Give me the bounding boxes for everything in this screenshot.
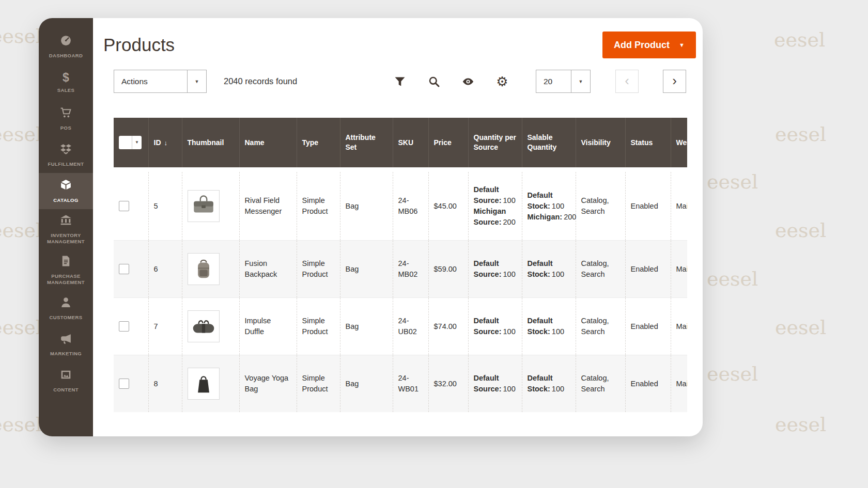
sidebar: DASHBOARD $ SALES POS FULFILLMENT CATALO… <box>39 18 93 436</box>
table-row[interactable]: 8 Voyage Yoga Bag Simple Product Bag 24-… <box>114 355 687 413</box>
eye-icon[interactable] <box>461 75 475 88</box>
grid-header-row: ▼ ID↓ Thumbnail Name Type Attribute Set … <box>114 118 687 167</box>
row-checkbox[interactable] <box>119 264 129 274</box>
select-all-checkbox[interactable] <box>119 136 132 149</box>
sidebar-item-customers[interactable]: CUSTOMERS <box>39 290 93 326</box>
gear-icon[interactable]: ⚙ <box>495 75 509 88</box>
actions-label: Actions <box>114 70 187 92</box>
cell-websites: Main Website <box>671 298 687 355</box>
sidebar-item-dashboard[interactable]: DASHBOARD <box>39 28 93 65</box>
cell-sku: 24-MB02 <box>393 241 428 298</box>
cell-salable-quantity: Default Stock:100 <box>522 241 576 298</box>
cell-price: $45.00 <box>428 172 468 241</box>
chevron-down-icon: ▼ <box>571 70 590 92</box>
add-product-button[interactable]: Add Product ▼ <box>602 32 696 58</box>
toolbar-icons: ⚙ <box>393 75 509 88</box>
cell-quantity-per-source: Default Source:100 <box>468 241 522 298</box>
products-grid: ▼ ID↓ Thumbnail Name Type Attribute Set … <box>114 118 687 436</box>
table-row[interactable]: 7 Impulse Duffle Simple Product Bag 24-U… <box>114 298 687 355</box>
row-checkbox[interactable] <box>119 321 129 332</box>
next-page-button[interactable]: › <box>663 70 686 93</box>
sidebar-item-inventory-management[interactable]: INVENTORY MANAGEMENT <box>39 209 93 250</box>
cell-websites: Main Website <box>671 241 687 298</box>
watermark-text: eesel <box>707 363 758 385</box>
cell-price: $32.00 <box>428 355 468 413</box>
cell-name: Fusion Backpack <box>239 241 297 298</box>
filter-icon[interactable] <box>393 75 407 88</box>
column-header-sku[interactable]: SKU <box>393 118 428 167</box>
sidebar-item-fulfillment[interactable]: FULFILLMENT <box>39 137 93 173</box>
sort-desc-icon: ↓ <box>164 139 168 147</box>
messenger-bag-image <box>191 193 216 219</box>
page-title: Products <box>103 35 175 55</box>
cell-attribute-set: Bag <box>340 298 393 355</box>
cell-type: Simple Product <box>297 298 340 355</box>
per-page-dropdown[interactable]: 20 ▼ <box>536 70 591 93</box>
cell-visibility: Catalog, Search <box>576 241 625 298</box>
watermark-text: eesel <box>775 413 826 436</box>
table-row[interactable]: 5 Rival Field Messenger Simple Product B… <box>114 172 687 241</box>
backpack-image <box>191 256 216 282</box>
column-header-thumbnail[interactable]: Thumbnail <box>182 118 239 167</box>
column-header-status[interactable]: Status <box>625 118 671 167</box>
cell-id: 7 <box>148 298 182 355</box>
column-header-attribute-set[interactable]: Attribute Set <box>340 118 393 167</box>
cell-name: Impulse Duffle <box>239 298 297 355</box>
watermark-text: eesel <box>774 28 825 51</box>
cell-type: Simple Product <box>297 241 340 298</box>
actions-dropdown[interactable]: Actions ▼ <box>114 70 207 93</box>
main-content: Products Add Product ▼ Actions ▼ 2040 re… <box>93 18 703 436</box>
cell-type: Simple Product <box>297 172 340 241</box>
yoga-bag-image <box>191 371 216 397</box>
cell-visibility: Catalog, Search <box>576 355 625 413</box>
picture-icon <box>59 368 72 383</box>
watermark-text: eesel <box>0 219 42 242</box>
select-all-header[interactable]: ▼ <box>114 118 148 167</box>
column-header-name[interactable]: Name <box>239 118 297 167</box>
search-icon[interactable] <box>427 75 441 88</box>
cell-sku: 24-UB02 <box>393 298 428 355</box>
column-header-id[interactable]: ID↓ <box>148 118 182 167</box>
product-thumbnail <box>188 310 220 342</box>
column-header-salable-quantity[interactable]: Salable Quantity <box>522 118 576 167</box>
sidebar-item-content[interactable]: CONTENT <box>39 363 93 399</box>
cell-salable-quantity: Default Stock:100 <box>522 298 576 355</box>
product-thumbnail <box>188 190 220 222</box>
chevron-down-icon[interactable]: ▼ <box>679 42 685 48</box>
watermark-text: eesel <box>0 413 42 436</box>
cell-sku: 24-WB01 <box>393 355 428 413</box>
select-all-dropdown[interactable]: ▼ <box>119 136 142 149</box>
watermark-text: eesel <box>775 219 826 242</box>
cell-price: $59.00 <box>428 241 468 298</box>
duffle-bag-image <box>191 313 216 339</box>
cube-icon <box>59 179 72 194</box>
records-count: 2040 records found <box>224 76 297 86</box>
pagination: ‹ › <box>615 70 686 93</box>
per-page-value: 20 <box>536 70 571 92</box>
previous-page-button[interactable]: ‹ <box>615 70 639 93</box>
cell-attribute-set: Bag <box>340 172 393 241</box>
sidebar-item-marketing[interactable]: MARKETING <box>39 326 93 363</box>
sidebar-item-purchase-management[interactable]: PURCHASE MANAGEMENT <box>39 250 93 291</box>
table-row[interactable]: 6 Fusion Backpack Simple Product Bag 24-… <box>114 241 687 298</box>
sidebar-item-catalog[interactable]: CATALOG <box>39 173 93 209</box>
column-header-type[interactable]: Type <box>297 118 340 167</box>
cell-id: 5 <box>148 172 182 241</box>
sidebar-item-sales[interactable]: $ SALES <box>39 65 93 101</box>
watermark-text: eesel <box>707 267 758 290</box>
bank-icon <box>59 214 72 229</box>
cell-id: 6 <box>148 241 182 298</box>
column-header-price[interactable]: Price <box>428 118 468 167</box>
page-header: Products Add Product ▼ <box>103 18 703 58</box>
row-checkbox[interactable] <box>119 201 129 211</box>
document-icon <box>59 255 72 270</box>
add-product-label: Add Product <box>614 40 670 51</box>
product-thumbnail <box>188 253 220 285</box>
cell-salable-quantity: Default Stock:100 Michigan:200 <box>522 172 576 241</box>
column-header-quantity-per-source[interactable]: Quantity per Source <box>468 118 522 167</box>
row-checkbox[interactable] <box>119 379 129 389</box>
column-header-visibility[interactable]: Visibility <box>576 118 625 167</box>
product-thumbnail <box>188 368 220 400</box>
column-header-websites[interactable]: Websites <box>671 118 687 167</box>
sidebar-item-pos[interactable]: POS <box>39 101 93 137</box>
